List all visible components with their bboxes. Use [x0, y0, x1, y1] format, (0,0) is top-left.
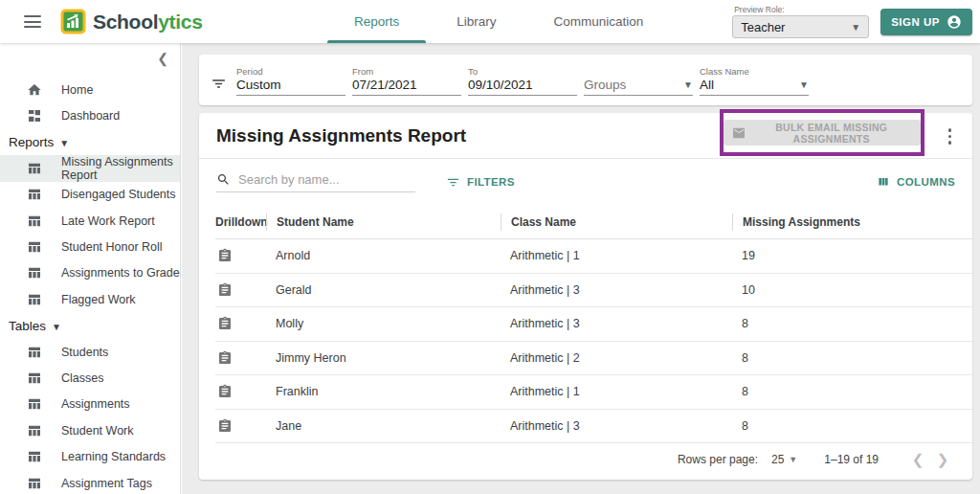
preview-role-select[interactable]: Teacher ▼	[732, 15, 869, 38]
account-icon	[947, 14, 962, 30]
main-nav: Reports Library Communication	[325, 0, 672, 43]
chevron-down-icon: ▼	[799, 79, 809, 90]
table-icon	[27, 396, 42, 412]
sidebar-item-assignments-to-grade[interactable]: Assignments to Grade	[0, 260, 180, 286]
drilldown-cell[interactable]	[215, 248, 266, 263]
date-to-field[interactable]: To 09/10/2021	[468, 64, 577, 96]
rows-per-page-label: Rows per page:	[678, 453, 758, 466]
sidebar-item-home[interactable]: Home	[0, 77, 180, 102]
period-field[interactable]: Period Custom	[236, 64, 345, 96]
sidebar-item-student-honor-roll[interactable]: Student Honor Roll	[0, 234, 180, 259]
class-name-label: Class Name	[700, 66, 749, 77]
search-icon	[216, 172, 231, 187]
app-logo[interactable]: Schoolytics	[60, 9, 203, 34]
table-icon	[27, 161, 42, 176]
tab-library[interactable]: Library	[428, 0, 524, 43]
rows-per-page-select[interactable]: 25 ▼	[771, 453, 797, 466]
drilldown-cell[interactable]	[215, 316, 266, 331]
missing-count-cell: 8	[732, 419, 972, 433]
sidebar-item-learning-standards[interactable]: Learning Standards	[0, 443, 180, 469]
drilldown-cell[interactable]	[215, 350, 266, 366]
sidebar-item-assignments[interactable]: Assignments	[0, 392, 180, 417]
preview-role-group: Preview Role: Teacher ▼	[732, 5, 869, 38]
student-name-cell: Jane	[266, 419, 501, 433]
sidebar-item-flagged-work[interactable]: Flagged Work	[0, 286, 180, 312]
sidebar-section-reports[interactable]: Reports ▼	[0, 129, 180, 155]
assignment-icon	[217, 282, 233, 298]
class-name-cell: Arithmetic | 3	[501, 419, 732, 433]
sidebar-item-students[interactable]: Students	[0, 339, 180, 365]
search-input[interactable]	[238, 172, 401, 187]
drilldown-cell[interactable]	[215, 384, 266, 399]
preview-role-label: Preview Role:	[734, 5, 869, 14]
tab-communication[interactable]: Communication	[525, 0, 673, 43]
table-icon	[27, 239, 42, 255]
sidebar-item-student-work[interactable]: Student Work	[0, 417, 180, 443]
table-row: Molly Arithmetic | 3 8	[215, 307, 972, 342]
col-header-class-name: Class Name	[501, 213, 732, 231]
header-right: Preview Role: Teacher ▼ SIGN UP	[732, 5, 980, 38]
student-name-cell: Franklin	[266, 385, 501, 398]
sidebar-item-label: Flagged Work	[61, 293, 136, 306]
sidebar-item-dashboard[interactable]: Dashboard	[0, 102, 180, 128]
sign-up-button[interactable]: SIGN UP	[880, 9, 972, 35]
table-row: Gerald Arithmetic | 3 10	[215, 274, 972, 308]
class-name-cell: Arithmetic | 3	[501, 317, 732, 330]
sidebar-item-missing-assignments-report[interactable]: Missing Assignments Report	[0, 155, 180, 181]
sidebar-section-tables[interactable]: Tables ▼	[0, 313, 180, 339]
sidebar-item-assignment-tags[interactable]: Assignment Tags	[0, 470, 180, 494]
class-name-cell: Arithmetic | 2	[501, 351, 732, 365]
previous-page-icon[interactable]: ❮	[905, 451, 930, 468]
table-icon	[27, 213, 42, 229]
to-label: To	[468, 66, 478, 77]
caret-down-icon: ▼	[59, 138, 69, 148]
sidebar-item-disengaged-students[interactable]: Disengaged Students	[0, 182, 180, 208]
missing-count-cell: 8	[732, 317, 972, 330]
sidebar-item-label: Classes	[61, 371, 103, 385]
columns-button[interactable]: COLUMNS	[877, 175, 955, 189]
groups-placeholder: Groups	[584, 78, 626, 92]
sidebar-item-label: Missing Assignments Report	[61, 155, 180, 182]
home-icon	[27, 82, 42, 98]
columns-icon	[877, 175, 890, 189]
sidebar-item-label: Students	[61, 346, 108, 359]
table-icon	[27, 370, 42, 386]
sidebar-item-label: Assignments	[61, 397, 130, 411]
class-name-select[interactable]: Class Name All ▼	[700, 64, 809, 96]
drilldown-cell[interactable]	[215, 282, 266, 298]
pagination-range: 1–19 of 19	[824, 453, 879, 466]
columns-label: COLUMNS	[897, 176, 955, 188]
sidebar-item-late-work-report[interactable]: Late Work Report	[0, 208, 180, 234]
more-options-icon[interactable]	[947, 126, 954, 146]
sign-up-label: SIGN UP	[891, 16, 940, 28]
table-icon	[27, 476, 42, 491]
sidebar-item-label: Student Honor Roll	[61, 240, 163, 254]
period-value: Custom	[236, 78, 281, 92]
next-page-icon[interactable]: ❯	[930, 451, 955, 468]
table-icon	[27, 345, 42, 360]
sidebar-item-classes[interactable]: Classes	[0, 365, 180, 391]
tab-reports[interactable]: Reports	[325, 0, 428, 43]
missing-count-cell: 8	[732, 385, 972, 398]
assignment-icon	[217, 384, 233, 399]
groups-select[interactable]: Groups ▼	[584, 64, 693, 96]
period-label: Period	[236, 66, 262, 77]
date-from-field[interactable]: From 07/21/2021	[352, 64, 461, 96]
class-name-value: All	[700, 78, 714, 92]
pagination: Rows per page: 25 ▼ 1–19 of 19 ❮ ❯	[199, 443, 972, 475]
sidebar-section-label: Tables	[9, 319, 46, 333]
student-name-cell: Molly	[266, 317, 501, 330]
preview-role-value: Teacher	[741, 20, 785, 34]
dashboard-icon	[27, 108, 42, 124]
rows-per-page-value: 25	[771, 453, 784, 466]
drilldown-cell[interactable]	[215, 418, 266, 434]
student-name-cell: Jimmy Heron	[266, 351, 501, 365]
filters-button[interactable]: FILTERS	[446, 175, 515, 190]
hamburger-menu-icon[interactable]	[24, 15, 41, 28]
bulk-email-button[interactable]: BULK EMAIL MISSING ASSIGNMENTS	[724, 120, 921, 146]
filter-list-icon	[211, 76, 227, 92]
brand-name: Schoolytics	[93, 11, 203, 34]
missing-count-cell: 10	[732, 283, 972, 297]
sidebar-collapse-icon[interactable]: ❮	[157, 52, 168, 65]
col-header-student-name: Student Name	[266, 213, 501, 231]
